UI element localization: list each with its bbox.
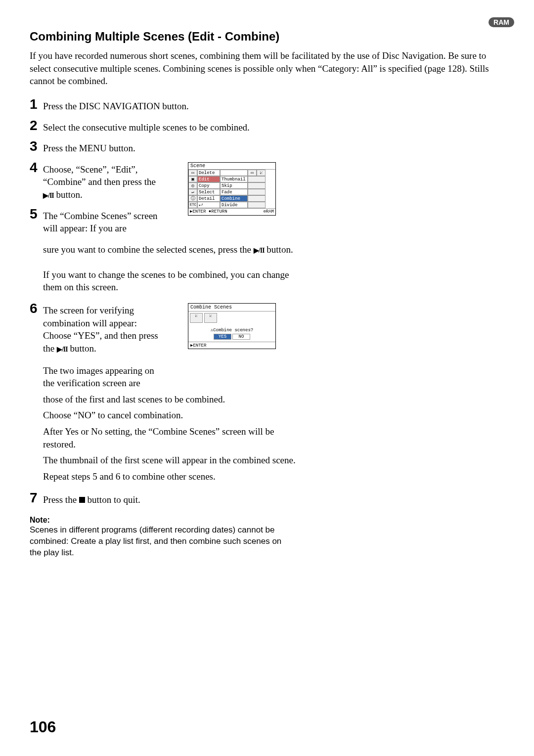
scene-menu-cell: Copy (197, 182, 220, 189)
scene-menu-figure: Scene ▭ Delete ▭ ⟀ ▣ Edit Thumbnail ◎ Co… (188, 162, 276, 216)
step-number-3: 3 (30, 138, 41, 154)
scene-menu-footer-left: ▶ENTER ●RETURN (190, 209, 227, 214)
combine-dialog-thumb-last: ⟀ (204, 313, 217, 323)
play-pause-icon (57, 343, 68, 354)
scene-menu-cell: Fade (220, 189, 248, 195)
step-6-text-a: The screen for verifying combination wil… (43, 301, 162, 355)
scene-menu-thumb-icon: ⟀ (257, 170, 266, 176)
step-6-text-e: After Yes or No setting, the “Combine Sc… (43, 422, 305, 450)
note-text: Scenes in different programs (different … (30, 525, 282, 559)
stop-icon (79, 497, 85, 503)
scene-menu-cell: Divide (220, 202, 248, 208)
scene-menu-cell: Delete (197, 170, 220, 176)
step-3-text: Press the MENU button. (43, 138, 135, 155)
step-6-text-g: Repeat steps 5 and 6 to combine other sc… (43, 467, 305, 483)
step-6-text-c1: The two images appearing on the verifica… (43, 361, 162, 390)
step-6-text-c2: those of the first and last scenes to be… (43, 390, 305, 406)
scene-menu-thumb-icon: ▭ (248, 170, 257, 176)
step-number-1: 1 (30, 96, 41, 112)
step-2-text: Select the consecutive multiple scenes t… (43, 118, 250, 134)
scene-menu-icon: ↵ (188, 189, 197, 195)
scene-menu-cell-combine: Combine (220, 195, 248, 202)
combine-dialog-yes-button: YES (214, 334, 231, 340)
intro-paragraph: If you have recorded numerous short scen… (30, 49, 504, 88)
play-pause-icon (254, 244, 265, 255)
scene-menu-cell: Skip (220, 182, 248, 189)
step-5-text-a: The “Combine Scenes” screen will appear:… (43, 206, 167, 235)
scene-menu-icon: ⓘ (188, 195, 197, 202)
note-label: Note: (30, 516, 504, 525)
scene-menu-icon: ETC (188, 202, 197, 208)
scene-menu-icon: ◎ (188, 182, 197, 189)
scene-menu-thumb-icon (248, 176, 266, 182)
page-number: 106 (30, 718, 56, 736)
scene-menu-footer-right: ⊙RAM (263, 209, 274, 214)
scene-menu-icon: ▣ (188, 176, 197, 182)
step-4-text: Choose, “Scene”, “Edit”, “Combine” and t… (43, 160, 167, 201)
combine-dialog-no-button: NO (232, 334, 250, 340)
scene-menu-cell (220, 170, 248, 176)
scene-menu-header: Scene (188, 163, 275, 170)
scene-menu-thumb-icon (248, 195, 266, 202)
scene-menu-cell: Thumbnail (220, 176, 248, 182)
step-6-text-d: Choose “NO” to cancel combination. (43, 405, 305, 422)
step-number-6: 6 (30, 301, 41, 316)
ram-badge: RAM (489, 17, 514, 27)
step-number-5: 5 (30, 206, 41, 222)
combine-dialog-prompt: ⚠Combine scenes? (188, 324, 275, 333)
scene-menu-thumb-icon (248, 182, 266, 189)
step-number-2: 2 (30, 118, 41, 133)
step-7-text: Press the button to quit. (43, 490, 140, 506)
scene-menu-thumb-icon (248, 202, 266, 208)
scene-menu-thumb-icon (248, 189, 266, 195)
play-pause-icon (43, 189, 54, 200)
step-number-7: 7 (30, 490, 41, 506)
combine-dialog-header: Combine Scenes (188, 304, 275, 311)
scene-menu-icon: ▭ (188, 170, 197, 176)
section-title: Combining Multiple Scenes (Edit - Combin… (30, 30, 504, 44)
step-5-text-b: sure you want to combine the selected sc… (43, 240, 305, 256)
scene-menu-cell: Detail (197, 195, 220, 202)
step-6-text-f: The thumbnail of the first scene will ap… (43, 450, 305, 467)
combine-dialog-thumb-first: ⟀ (190, 313, 203, 323)
step-number-4: 4 (30, 160, 41, 176)
combine-dialog-footer: ▶ENTER (188, 342, 275, 349)
scene-menu-cell: ⮐ (197, 202, 220, 208)
combine-dialog-figure: Combine Scenes ⟀ ⟀ ⚠Combine scenes? YES … (188, 303, 276, 349)
step-5-text-c: If you want to change the scenes to be c… (43, 265, 305, 294)
scene-menu-cell: Select (197, 189, 220, 195)
scene-menu-cell: Edit (197, 176, 220, 182)
step-1-text: Press the DISC NAVIGATION button. (43, 96, 189, 113)
